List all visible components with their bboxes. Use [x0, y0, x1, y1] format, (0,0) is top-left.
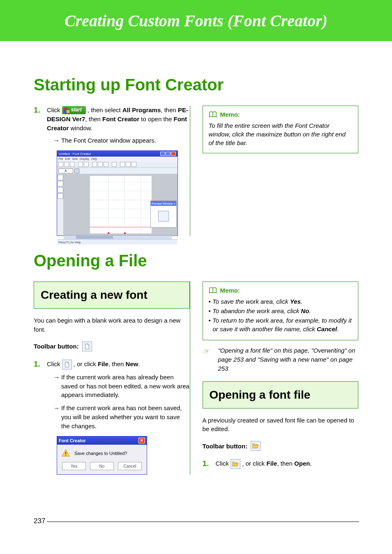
book-icon — [209, 111, 217, 118]
save-changes-dialog-screenshot: Font Creator ✕ Save changes to Untitled?… — [57, 436, 147, 475]
windows-start-button: start — [62, 106, 86, 114]
menubar: File Edit Sew Display Help — [57, 157, 178, 161]
toolbar-button-label: Toolbar button: — [34, 343, 79, 350]
step-bold: All Programs — [122, 106, 161, 113]
chapter-title: Creating Custom Fonts (Font Creator) — [65, 11, 327, 30]
step-text: , then select — [88, 106, 122, 113]
toolbar-button-label: Toolbar button: — [203, 443, 248, 450]
memo-item: To save the work area, click Yes. — [209, 297, 353, 306]
column-divider — [190, 282, 190, 475]
dialog-titlebar: Font Creator ✕ — [57, 436, 147, 445]
status-bar: Press F1 for Help — [57, 239, 178, 245]
page-number-rule — [47, 522, 359, 522]
heading-opening-file: Opening a File — [34, 252, 358, 270]
step-number: 1. — [34, 360, 47, 369]
memo-item: To return to the work area, for example,… — [209, 316, 353, 333]
step-number: 1. — [34, 106, 47, 115]
new-file-toolbar-button — [82, 342, 92, 351]
chapter-banner: Creating Custom Fonts (Font Creator) — [0, 0, 392, 41]
subheading-creating-new-font: Creating a new font — [34, 282, 190, 309]
intro-paragraph: You can begin with a blank work area to … — [34, 316, 190, 334]
step-number: 1. — [203, 459, 216, 468]
column-divider — [190, 106, 190, 236]
arrow-icon: → — [53, 404, 60, 413]
window-title: Untitled · Font Creator — [59, 152, 91, 156]
step-result: → The Font Creator window appears. — [53, 136, 190, 145]
page-number: 237 — [34, 517, 45, 525]
dialog-message: Save changes to Untitled? — [74, 451, 127, 456]
windows-logo-icon — [64, 107, 69, 113]
book-icon — [209, 287, 217, 294]
open-file-button-inline — [231, 459, 240, 469]
open-folder-icon — [232, 461, 239, 467]
memo-box-1: Memo: To fill the entire screen with the… — [203, 106, 359, 153]
step-text: Click — [47, 106, 62, 113]
warning-icon — [61, 449, 70, 458]
character-dropdown — [74, 169, 79, 173]
intro-paragraph-2: A previously created or saved font file … — [203, 416, 359, 434]
side-toolbox — [57, 174, 64, 235]
step-result-1: → If the current work area has already b… — [53, 373, 190, 399]
memo-box-2: Memo: To save the work area, click Yes. … — [203, 282, 359, 340]
result-text: The Font Creator window appears. — [61, 136, 156, 145]
step-1: 1. Click start , then select All Program… — [34, 106, 190, 133]
toolbar-button-row: Toolbar button: — [34, 342, 190, 351]
step-1-new: 1. Click , or click File, then New. — [34, 360, 190, 369]
new-file-icon — [64, 362, 70, 367]
dialog-close-button: ✕ — [138, 438, 145, 443]
window-control-buttons — [160, 152, 176, 156]
banner-spacer — [0, 41, 392, 51]
crossref-text: "Opening a font file" on this page, "Ove… — [218, 346, 359, 373]
new-file-button-inline — [62, 360, 72, 369]
start-label: start — [71, 106, 82, 113]
memo-item: To abandon the work area, click No. — [209, 307, 353, 315]
character-box: A — [58, 169, 73, 173]
dialog-yes-button: Yes — [62, 462, 86, 470]
memo-text: To fill the entire screen with the Font … — [209, 121, 353, 147]
heading-starting-up: Starting up Font Creator — [34, 76, 358, 94]
subheading-text: Creating a new font — [41, 289, 183, 302]
step-1-open: 1. Click , or click File, then Open. — [203, 459, 359, 469]
arrow-icon: → — [53, 136, 60, 145]
subheading-text: Opening a font file — [210, 388, 352, 402]
canvas-area: Preview Window× — [64, 174, 178, 235]
step-result-2: → If the current work area has not been … — [53, 404, 190, 430]
toolbar-button-row-open: Toolbar button: — [203, 441, 359, 451]
font-creator-window-screenshot: Untitled · Font Creator File Edit Sew Di… — [57, 150, 178, 236]
open-folder-icon — [252, 443, 259, 449]
dialog-cancel-button: Cancel — [118, 462, 142, 470]
dialog-title: Font Creator — [59, 438, 86, 443]
design-canvas — [90, 176, 152, 233]
window-titlebar: Untitled · Font Creator — [57, 151, 178, 157]
new-file-icon — [84, 344, 90, 349]
character-selector-bar: A — [57, 168, 178, 174]
svg-rect-2 — [65, 455, 66, 456]
open-file-toolbar-button — [251, 441, 261, 451]
dialog-no-button: No — [90, 462, 114, 470]
memo-title: Memo: — [220, 286, 240, 295]
toolbar — [57, 161, 178, 168]
arrow-icon: → — [53, 373, 60, 382]
pointing-hand-icon: ☞ — [203, 346, 214, 373]
memo-title: Memo: — [220, 110, 240, 119]
memo-list: To save the work area, click Yes. To aba… — [209, 297, 353, 333]
cross-reference: ☞ "Opening a font file" on this page, "O… — [203, 346, 359, 373]
preview-panel: Preview Window× — [150, 201, 177, 228]
svg-rect-1 — [65, 452, 66, 455]
horizontal-scrollbar — [64, 235, 172, 239]
subheading-opening-font-file: Opening a font file — [203, 381, 359, 409]
